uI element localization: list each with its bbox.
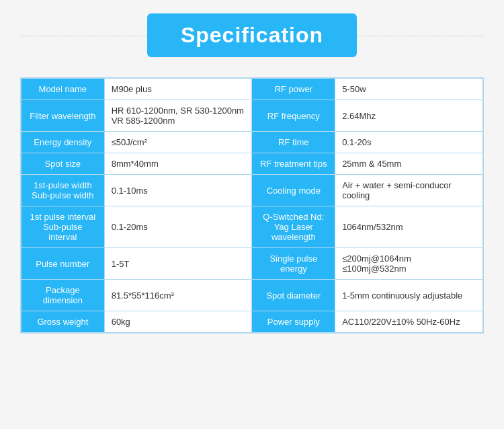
left-value-cell: ≤50J/cm² bbox=[104, 132, 252, 153]
left-label-cell: Package dimension bbox=[22, 280, 105, 311]
left-label-cell: Spot size bbox=[22, 153, 105, 175]
right-value-cell: 2.64Mhz bbox=[335, 100, 483, 132]
right-value-cell: AC110/220V±10% 50Hz-60Hz bbox=[335, 311, 483, 333]
left-value-cell: 1-5T bbox=[104, 248, 252, 280]
table-row: 1st-pulse width Sub-pulse width0.1-10msC… bbox=[22, 175, 483, 206]
left-label-cell: Model name bbox=[22, 79, 105, 100]
right-label-cell: Single pulse energy bbox=[252, 248, 335, 280]
table-row: 1st pulse interval Sub-pulse interval0.1… bbox=[22, 206, 483, 248]
left-value-cell: 8mm*40mm bbox=[104, 153, 252, 175]
table-row: Filter wavelengthHR 610-1200nm, SR 530-1… bbox=[22, 100, 483, 132]
right-value-cell: 0.1-20s bbox=[335, 132, 483, 153]
page-title: Specification bbox=[147, 13, 357, 57]
right-label-cell: RF treatment tips bbox=[252, 153, 335, 175]
left-value-cell: HR 610-1200nm, SR 530-1200nm VR 585-1200… bbox=[104, 100, 252, 132]
left-label-cell: Gross weight bbox=[22, 311, 105, 333]
right-value-cell: ≤200mj@1064nm ≤100mj@532nm bbox=[335, 248, 483, 280]
spec-table-container: Model nameM90e plusRF power5-50wFilter w… bbox=[20, 77, 484, 334]
table-row: Gross weight60kgPower supplyAC110/220V±1… bbox=[22, 311, 483, 333]
right-value-cell: Air + water + semi-conducor cooling bbox=[335, 175, 483, 206]
right-value-cell: 1064nm/532nm bbox=[335, 206, 483, 248]
left-value-cell: 0.1-20ms bbox=[104, 206, 252, 248]
left-label-cell: 1st-pulse width Sub-pulse width bbox=[22, 175, 105, 206]
right-label-cell: RF frequency bbox=[252, 100, 335, 132]
left-value-cell: M90e plus bbox=[104, 79, 252, 100]
right-label-cell: RF power bbox=[252, 79, 335, 100]
table-row: Energy density≤50J/cm²RF time0.1-20s bbox=[22, 132, 483, 153]
right-label-cell: Spot diameter bbox=[252, 280, 335, 311]
right-label-cell: Q-Switched Nd: Yag Laser wavelength bbox=[252, 206, 335, 248]
header-area: Specification bbox=[20, 13, 484, 57]
right-label-cell: Cooling mode bbox=[252, 175, 335, 206]
table-row: Package dimension81.5*55*116cm³Spot diam… bbox=[22, 280, 483, 311]
left-value-cell: 0.1-10ms bbox=[104, 175, 252, 206]
right-value-cell: 1-5mm continuously adjustable bbox=[335, 280, 483, 311]
left-label-cell: 1st pulse interval Sub-pulse interval bbox=[22, 206, 105, 248]
right-label-cell: RF time bbox=[252, 132, 335, 153]
right-value-cell: 5-50w bbox=[335, 79, 483, 100]
left-value-cell: 60kg bbox=[104, 311, 252, 333]
table-row: Spot size8mm*40mmRF treatment tips25mm &… bbox=[22, 153, 483, 175]
table-row: Model nameM90e plusRF power5-50w bbox=[22, 79, 483, 100]
left-label-cell: Energy density bbox=[22, 132, 105, 153]
left-value-cell: 81.5*55*116cm³ bbox=[104, 280, 252, 311]
left-label-cell: Pulse number bbox=[22, 248, 105, 280]
spec-table: Model nameM90e plusRF power5-50wFilter w… bbox=[21, 78, 483, 333]
table-row: Pulse number1-5TSingle pulse energy≤200m… bbox=[22, 248, 483, 280]
left-label-cell: Filter wavelength bbox=[22, 100, 105, 132]
right-label-cell: Power supply bbox=[252, 311, 335, 333]
right-value-cell: 25mm & 45mm bbox=[335, 153, 483, 175]
